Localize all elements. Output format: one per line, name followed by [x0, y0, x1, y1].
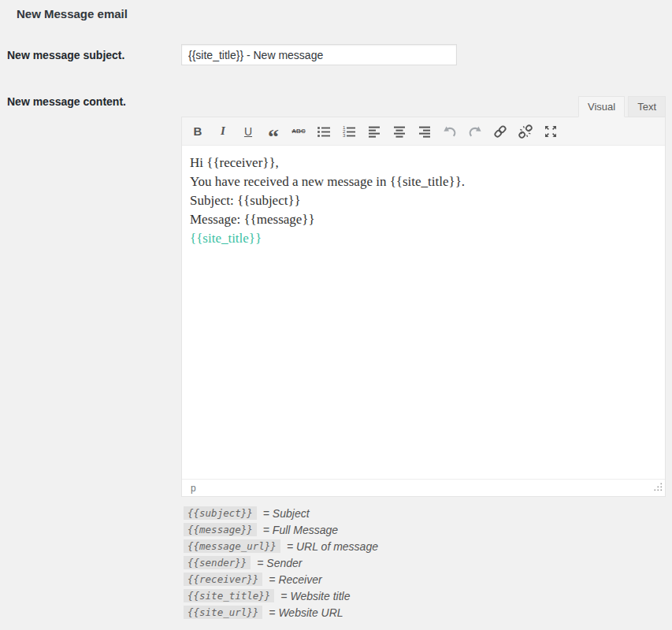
editor-line: {{site_title}} — [190, 229, 657, 248]
editor-line: You have received a new message in {{sit… — [190, 172, 657, 191]
bold-button[interactable]: B — [187, 122, 208, 141]
legend-item-message-url: {{message_url}} = URL of message — [184, 538, 672, 554]
align-left-button[interactable] — [364, 122, 384, 141]
fullscreen-button[interactable] — [540, 122, 561, 141]
placeholder-legend: {{subject}} = Subject {{message}} = Full… — [184, 505, 672, 621]
wysiwyg-editor: Visual Text B I U “ A — [181, 94, 666, 497]
underline-button[interactable]: U — [238, 122, 258, 141]
placeholder-tag: {{site_url}} — [184, 606, 262, 619]
editor-toolbar: B I U “ ABC — [182, 117, 665, 146]
placeholder-desc: = Website URL — [269, 606, 343, 619]
legend-item-receiver: {{receiver}} = Receiver — [184, 571, 672, 587]
fullscreen-icon — [543, 124, 559, 139]
align-right-button[interactable] — [414, 122, 435, 141]
undo-button[interactable] — [440, 122, 460, 141]
editor-tabs: Visual Text — [181, 94, 666, 117]
strikethrough-icon: ABC — [291, 128, 305, 135]
align-center-button[interactable] — [389, 122, 410, 141]
align-right-icon — [417, 124, 433, 139]
numbered-list-button[interactable]: 1 2 3 — [339, 122, 359, 141]
subject-row: New message subject. — [0, 44, 672, 65]
content-row: New message content. Visual Text B I U — [0, 94, 672, 497]
bullet-list-icon — [316, 124, 332, 139]
bullet-list-button[interactable] — [314, 122, 334, 141]
placeholder-desc: = Full Message — [263, 524, 338, 536]
subject-label: New message subject. — [0, 44, 181, 65]
content-label: New message content. — [0, 94, 181, 497]
placeholder-tag: {{message_url}} — [184, 539, 280, 553]
redo-button[interactable] — [465, 122, 485, 141]
link-icon — [492, 124, 508, 139]
insert-link-button[interactable] — [490, 122, 510, 141]
placeholder-tag: {{sender}} — [184, 556, 251, 569]
placeholder-desc: = Subject — [263, 507, 310, 520]
editor-content[interactable]: Hi {{receiver}}, You have received a new… — [182, 146, 665, 479]
editor-statusbar: p — [182, 479, 665, 496]
align-left-icon — [366, 124, 382, 139]
redo-icon — [467, 124, 483, 139]
placeholder-tag: {{site_title}} — [184, 589, 274, 602]
italic-button[interactable]: I — [213, 122, 233, 141]
svg-text:3: 3 — [343, 132, 346, 138]
align-center-icon — [392, 124, 407, 139]
subject-input[interactable] — [181, 44, 457, 65]
tab-visual-label: Visual — [588, 101, 615, 113]
site-title-link[interactable]: {{site_title}} — [190, 231, 262, 246]
element-path: p — [191, 483, 196, 494]
placeholder-desc: = Website title — [280, 590, 350, 602]
underline-icon: U — [244, 125, 252, 138]
placeholder-tag: {{subject}} — [184, 506, 257, 520]
placeholder-tag: {{receiver}} — [184, 573, 262, 586]
legend-item-sender: {{sender}} = Sender — [184, 554, 672, 571]
unlink-icon — [518, 124, 533, 139]
legend-item-message: {{message}} = Full Message — [184, 521, 672, 538]
numbered-list-icon: 1 2 3 — [341, 124, 357, 139]
page-title: New Message email — [0, 0, 672, 20]
blockquote-button[interactable]: “ — [263, 122, 284, 141]
editor-box: B I U “ ABC — [181, 117, 666, 497]
legend-item-site-url: {{site_url}} = Website URL — [184, 604, 672, 621]
tab-visual[interactable]: Visual — [578, 96, 625, 117]
tab-text[interactable]: Text — [628, 96, 666, 117]
editor-line: Hi {{receiver}}, — [190, 154, 657, 172]
tab-text-label: Text — [637, 101, 656, 113]
placeholder-desc: = Receiver — [269, 573, 321, 586]
editor-line: Message: {{message}} — [190, 210, 657, 229]
placeholder-desc: = URL of message — [287, 540, 378, 553]
editor-line: Subject: {{subject}} — [190, 191, 657, 210]
bold-icon: B — [194, 124, 202, 138]
italic-icon: I — [221, 124, 225, 138]
placeholder-tag: {{message}} — [184, 523, 257, 536]
legend-item-subject: {{subject}} = Subject — [184, 505, 672, 521]
strikethrough-button[interactable]: ABC — [288, 122, 309, 141]
placeholder-desc: = Sender — [257, 557, 302, 569]
undo-icon — [442, 124, 458, 139]
remove-link-button[interactable] — [515, 122, 536, 141]
resize-grip-icon[interactable] — [653, 482, 663, 495]
legend-item-site-title: {{site_title}} = Website title — [184, 587, 672, 604]
